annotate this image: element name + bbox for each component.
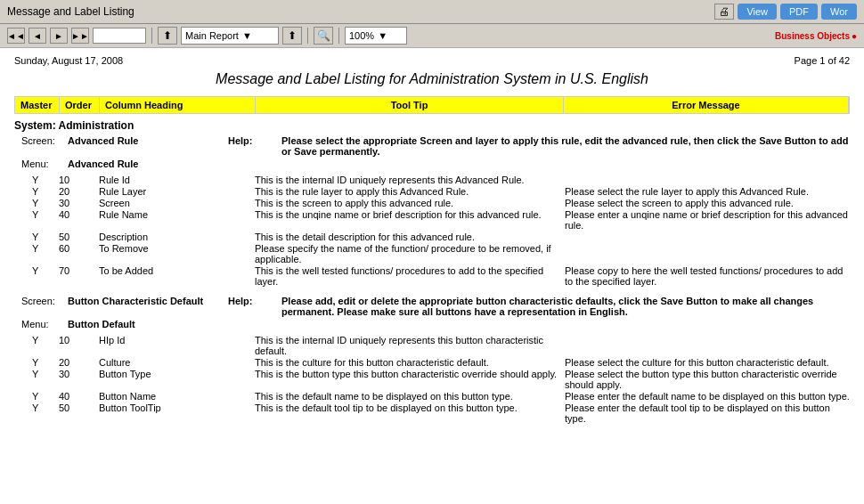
table-row: Y 40 Button Name This is the default nam… bbox=[14, 391, 850, 402]
cell-master: Y bbox=[14, 232, 59, 242]
business-objects-logo: Business Objects ● bbox=[775, 31, 857, 41]
report-content: Sunday, August 17, 2008 Page 1 of 42 Mes… bbox=[0, 48, 864, 432]
cell-order: 50 bbox=[59, 232, 99, 242]
cell-master: Y bbox=[14, 175, 59, 185]
cell-error: Please select the rule layer to apply th… bbox=[565, 186, 850, 197]
cell-tooltip: This is the unqine name or brief descrip… bbox=[255, 209, 565, 220]
cell-order: 50 bbox=[59, 402, 99, 413]
menu-value-2: Button Default bbox=[68, 319, 135, 329]
cell-master: Y bbox=[14, 265, 59, 276]
cell-order: 10 bbox=[59, 335, 99, 345]
zoom-level: 100% bbox=[349, 30, 374, 41]
section-2: Screen: Button Characteristic Default He… bbox=[14, 296, 850, 424]
report-date: Sunday, August 17, 2008 bbox=[14, 55, 123, 66]
table-row: Y 50 Button ToolTip This is the default … bbox=[14, 402, 850, 424]
screen-value-1: Advanced Rule bbox=[68, 135, 228, 157]
help-label-2: Help: bbox=[228, 296, 281, 317]
menu-label-2: Menu: bbox=[14, 319, 68, 329]
col-header-master: Master bbox=[15, 97, 60, 113]
screen-row-2: Screen: Button Characteristic Default He… bbox=[14, 296, 850, 317]
help-label-1: Help: bbox=[228, 135, 281, 157]
cell-tooltip: This is the internal ID uniquely represe… bbox=[255, 175, 565, 185]
cell-error: Please enter the default tool tip to be … bbox=[565, 402, 850, 424]
cell-heading: Screen bbox=[99, 198, 255, 208]
cell-order: 60 bbox=[59, 243, 99, 254]
cell-error: Please enter the default name to be disp… bbox=[565, 391, 850, 402]
cell-master: Y bbox=[14, 357, 59, 368]
cell-master: Y bbox=[14, 335, 59, 345]
table-row: Y 10 HIp Id This is the internal ID uniq… bbox=[14, 335, 850, 356]
page-info: Page 1 of 42 bbox=[795, 55, 850, 66]
cell-master: Y bbox=[14, 209, 59, 220]
col-header-heading: Column Heading bbox=[100, 97, 256, 113]
report-selector[interactable]: Main Report ▼ bbox=[181, 27, 279, 45]
col-header-tooltip: Tool Tip bbox=[256, 97, 564, 113]
menu-label-1: Menu: bbox=[14, 159, 68, 169]
next-page-button[interactable]: ► bbox=[50, 28, 68, 44]
toolbar: ◄◄ ◄ ► ►► 1 / 42 ⬆ Main Report ▼ ⬆ 🔍 100… bbox=[0, 24, 864, 48]
cell-order: 40 bbox=[59, 391, 99, 402]
app-title: Message and Label Listing bbox=[7, 5, 134, 18]
separator-1 bbox=[151, 28, 152, 44]
screen-value-2: Button Characteristic Default bbox=[68, 296, 228, 317]
table-row: Y 30 Button Type This is the button type… bbox=[14, 369, 850, 390]
system-label: System: Administration bbox=[14, 119, 850, 132]
cell-tooltip: This is the culture for this button char… bbox=[255, 357, 565, 368]
word-button[interactable]: Wor bbox=[821, 4, 857, 20]
cell-tooltip: This is the screen to apply this advance… bbox=[255, 198, 565, 208]
search-icon[interactable]: 🔍 bbox=[314, 27, 333, 45]
cell-heading: Culture bbox=[99, 357, 255, 368]
table-row: Y 20 Rule Layer This is the rule layer t… bbox=[14, 186, 850, 197]
cell-heading: Rule Name bbox=[99, 209, 255, 220]
cell-heading: Button Name bbox=[99, 391, 255, 402]
pdf-button[interactable]: PDF bbox=[780, 4, 818, 20]
page-input[interactable]: 1 / 42 bbox=[93, 28, 146, 44]
first-page-button[interactable]: ◄◄ bbox=[7, 28, 25, 44]
prev-page-button[interactable]: ◄ bbox=[29, 28, 46, 44]
menu-value-1: Advanced Rule bbox=[68, 159, 138, 169]
cell-tooltip: This is the rule layer to apply this Adv… bbox=[255, 186, 565, 197]
cell-tooltip: This is the detail description for this … bbox=[255, 232, 565, 242]
menu-row-1: Menu: Advanced Rule bbox=[14, 159, 850, 169]
cell-heading: Rule Layer bbox=[99, 186, 255, 197]
cell-heading: Description bbox=[99, 232, 255, 242]
cell-order: 20 bbox=[59, 186, 99, 197]
cell-master: Y bbox=[14, 198, 59, 208]
view-button[interactable]: View bbox=[738, 4, 777, 20]
load-icon[interactable]: ⬆ bbox=[158, 27, 177, 45]
table-row: Y 60 To Remove Please specify the name o… bbox=[14, 243, 850, 264]
section-1: Screen: Advanced Rule Help: Please selec… bbox=[14, 135, 850, 287]
top-bar-buttons: 🖨 View PDF Wor bbox=[714, 4, 857, 20]
table-row: Y 20 Culture This is the culture for thi… bbox=[14, 357, 850, 368]
printer-icon[interactable]: 🖨 bbox=[714, 4, 734, 20]
cell-heading: To Remove bbox=[99, 243, 255, 254]
table-row: Y 40 Rule Name This is the unqine name o… bbox=[14, 209, 850, 231]
table-row: Y 70 To be Added This is the well tested… bbox=[14, 265, 850, 287]
refresh-icon[interactable]: ⬆ bbox=[282, 27, 302, 45]
col-header-error: Error Message bbox=[564, 97, 849, 113]
cell-error: Please select the button type this butto… bbox=[565, 369, 850, 390]
cell-order: 10 bbox=[59, 175, 99, 185]
zoom-selector[interactable]: 100% ▼ bbox=[345, 27, 407, 45]
last-page-button[interactable]: ►► bbox=[71, 28, 89, 44]
zoom-arrow-icon: ▼ bbox=[378, 30, 387, 41]
cell-tooltip: Please specify the name of the function/… bbox=[255, 243, 565, 264]
column-headers: Master Order Column Heading Tool Tip Err… bbox=[14, 96, 850, 114]
report-title: Message and Label Listing for Administra… bbox=[14, 71, 850, 87]
help-text-1: Please select the appropriate Screen and… bbox=[281, 135, 850, 157]
separator-3 bbox=[338, 28, 339, 44]
cell-error: Please select the culture for this butto… bbox=[565, 357, 850, 368]
cell-tooltip: This is the default tool tip to be displ… bbox=[255, 402, 565, 413]
help-text-2: Please add, edit or delete the appropria… bbox=[281, 296, 850, 317]
cell-order: 70 bbox=[59, 265, 99, 276]
cell-error: Please enter a unqine name or brief desc… bbox=[565, 209, 850, 231]
cell-master: Y bbox=[14, 391, 59, 402]
col-header-order: Order bbox=[60, 97, 100, 113]
cell-error: Please copy to here the well tested func… bbox=[565, 265, 850, 287]
top-bar: Message and Label Listing 🖨 View PDF Wor bbox=[0, 0, 864, 24]
separator-2 bbox=[307, 28, 308, 44]
cell-error: Please select the screen to apply this a… bbox=[565, 198, 850, 208]
table-row: Y 50 Description This is the detail desc… bbox=[14, 232, 850, 242]
cell-master: Y bbox=[14, 402, 59, 413]
cell-heading: Button Type bbox=[99, 369, 255, 379]
